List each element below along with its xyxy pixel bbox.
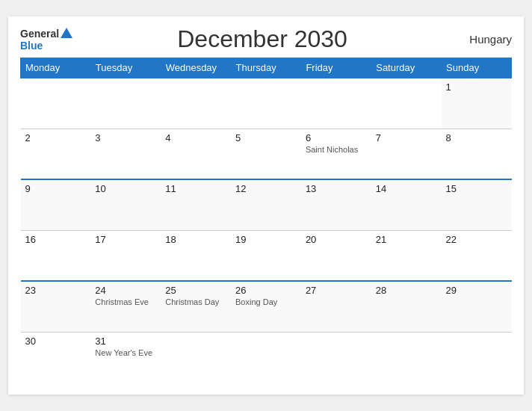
calendar-cell: 6Saint Nicholas bbox=[301, 129, 371, 179]
day-number: 29 bbox=[446, 285, 507, 296]
day-number: 4 bbox=[165, 132, 226, 143]
day-number: 30 bbox=[25, 336, 87, 347]
calendar-cell: 19 bbox=[231, 230, 301, 281]
week-row-3: 9101112131415 bbox=[21, 179, 512, 230]
calendar-cell bbox=[161, 78, 231, 129]
day-number: 3 bbox=[95, 132, 156, 143]
calendar-cell: 21 bbox=[371, 230, 442, 281]
day-number: 13 bbox=[306, 183, 367, 194]
day-number: 18 bbox=[165, 234, 226, 245]
calendar-cell bbox=[442, 332, 512, 383]
day-number: 10 bbox=[95, 183, 156, 194]
calendar-cell: 8 bbox=[442, 129, 512, 179]
day-number: 17 bbox=[95, 234, 156, 245]
day-number: 31 bbox=[95, 336, 156, 347]
month-title: December 2030 bbox=[72, 25, 452, 53]
day-event: Christmas Eve bbox=[95, 297, 156, 306]
calendar-cell: 23 bbox=[21, 281, 91, 332]
week-row-4: 16171819202122 bbox=[21, 230, 512, 281]
day-number: 15 bbox=[446, 183, 507, 194]
country-label: Hungary bbox=[452, 33, 512, 46]
calendar-cell: 1 bbox=[442, 78, 512, 129]
weekday-header-row: MondayTuesdayWednesdayThursdayFridaySatu… bbox=[21, 58, 512, 78]
calendar-cell: 3 bbox=[90, 129, 161, 179]
day-number: 19 bbox=[235, 234, 297, 245]
calendar-grid: MondayTuesdayWednesdayThursdayFridaySatu… bbox=[20, 58, 512, 383]
calendar-cell: 12 bbox=[231, 179, 301, 230]
calendar-cell: 29 bbox=[442, 281, 512, 332]
calendar-cell bbox=[231, 78, 301, 129]
day-number: 25 bbox=[165, 285, 226, 296]
day-number: 24 bbox=[95, 285, 156, 296]
day-event: New Year's Eve bbox=[95, 348, 156, 357]
day-number: 1 bbox=[446, 81, 507, 93]
day-number: 27 bbox=[306, 285, 367, 296]
weekday-header-monday: Monday bbox=[21, 58, 91, 78]
day-number: 5 bbox=[235, 132, 297, 143]
weekday-header-sunday: Sunday bbox=[442, 58, 512, 78]
calendar-cell bbox=[371, 332, 442, 383]
calendar-cell: 7 bbox=[371, 129, 442, 179]
day-number: 7 bbox=[376, 132, 437, 143]
calendar-cell bbox=[161, 332, 231, 383]
day-number: 14 bbox=[376, 183, 437, 194]
week-row-5: 2324Christmas Eve25Christmas Day26Boxing… bbox=[21, 281, 512, 332]
calendar-cell: 10 bbox=[90, 179, 161, 230]
calendar-cell: 31New Year's Eve bbox=[90, 332, 161, 383]
day-number: 26 bbox=[235, 285, 297, 296]
week-row-6: 3031New Year's Eve bbox=[21, 332, 512, 383]
day-number: 9 bbox=[25, 183, 87, 194]
calendar-cell bbox=[90, 78, 161, 129]
calendar-wrapper: General Blue December 2030 Hungary Monda… bbox=[8, 16, 524, 395]
calendar-cell: 9 bbox=[21, 179, 91, 230]
calendar-cell bbox=[231, 332, 301, 383]
calendar-cell: 5 bbox=[231, 129, 301, 179]
calendar-cell: 16 bbox=[21, 230, 91, 281]
calendar-cell: 26Boxing Day bbox=[231, 281, 301, 332]
calendar-cell: 13 bbox=[301, 179, 371, 230]
day-number: 22 bbox=[446, 234, 507, 245]
day-event: Christmas Day bbox=[165, 297, 226, 306]
calendar-cell: 28 bbox=[371, 281, 442, 332]
day-number: 11 bbox=[165, 183, 226, 194]
calendar-cell: 25Christmas Day bbox=[161, 281, 231, 332]
weekday-header-saturday: Saturday bbox=[371, 58, 442, 78]
calendar-cell: 4 bbox=[161, 129, 231, 179]
weekday-header-tuesday: Tuesday bbox=[90, 58, 161, 78]
weekday-header-wednesday: Wednesday bbox=[161, 58, 231, 78]
day-number: 6 bbox=[306, 132, 367, 143]
calendar-header: General Blue December 2030 Hungary bbox=[20, 25, 512, 53]
calendar-cell: 24Christmas Eve bbox=[90, 281, 161, 332]
logo-triangle-icon bbox=[61, 28, 72, 38]
day-event: Boxing Day bbox=[235, 297, 297, 306]
day-number: 2 bbox=[25, 132, 87, 143]
calendar-cell bbox=[21, 78, 91, 129]
calendar-cell: 30 bbox=[21, 332, 91, 383]
weekday-header-friday: Friday bbox=[301, 58, 371, 78]
week-row-2: 23456Saint Nicholas78 bbox=[21, 129, 512, 179]
calendar-cell bbox=[371, 78, 442, 129]
day-number: 16 bbox=[25, 234, 87, 245]
calendar-cell: 15 bbox=[442, 179, 512, 230]
calendar-cell: 22 bbox=[442, 230, 512, 281]
day-number: 21 bbox=[376, 234, 437, 245]
logo-general-text: General bbox=[20, 28, 59, 40]
calendar-cell bbox=[301, 78, 371, 129]
day-number: 28 bbox=[376, 285, 437, 296]
calendar-cell: 2 bbox=[21, 129, 91, 179]
day-number: 12 bbox=[235, 183, 297, 194]
weekday-header-thursday: Thursday bbox=[231, 58, 301, 78]
day-number: 20 bbox=[306, 234, 367, 245]
day-event: Saint Nicholas bbox=[306, 145, 367, 154]
calendar-cell: 18 bbox=[161, 230, 231, 281]
calendar-cell: 11 bbox=[161, 179, 231, 230]
week-row-1: 1 bbox=[21, 78, 512, 129]
day-number: 23 bbox=[25, 285, 87, 296]
calendar-cell bbox=[301, 332, 371, 383]
logo-blue-text: Blue bbox=[20, 40, 43, 52]
logo: General Blue bbox=[20, 28, 72, 52]
calendar-cell: 17 bbox=[90, 230, 161, 281]
calendar-cell: 27 bbox=[301, 281, 371, 332]
calendar-cell: 14 bbox=[371, 179, 442, 230]
day-number: 8 bbox=[446, 132, 507, 143]
